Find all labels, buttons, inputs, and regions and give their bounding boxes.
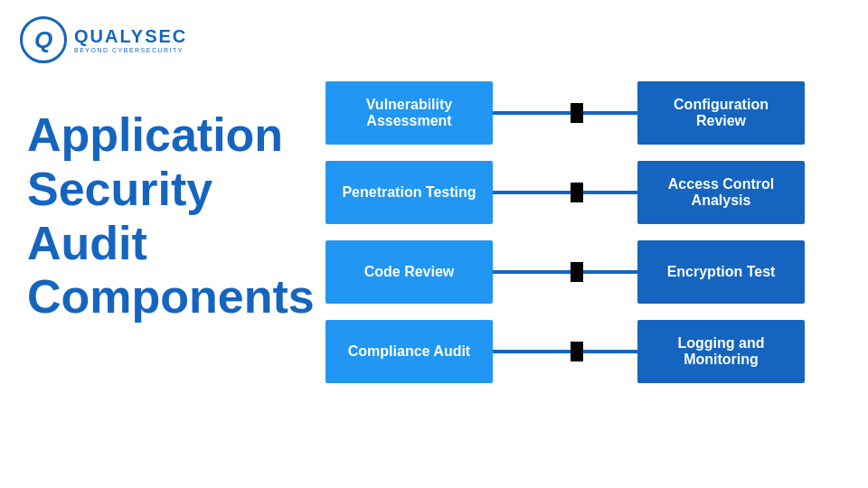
main-heading: Application Security Audit Components: [27, 108, 307, 324]
connector-0: [493, 104, 637, 122]
logo-name: QUALYSEC: [74, 26, 187, 47]
heading-line4: Components: [27, 270, 315, 323]
diagram-row: Code Review Encryption Test: [326, 240, 841, 304]
heading-text: Application Security Audit Components: [27, 108, 307, 324]
diagram-row: Penetration Testing Access Control Analy…: [326, 161, 841, 224]
connector-dot: [571, 103, 583, 123]
connector-1: [493, 183, 637, 202]
heading-line3: Audit: [27, 217, 147, 269]
logo-text: QUALYSEC BEYOND CYBERSECURITY: [74, 26, 187, 53]
connector-line: [493, 111, 637, 115]
diagram-area: Vulnerability Assessment Configuration R…: [326, 81, 841, 443]
left-box-1: Penetration Testing: [326, 161, 493, 224]
heading-line1: Application: [27, 108, 283, 161]
connector-2: [493, 263, 637, 281]
left-box-2: Code Review: [326, 240, 493, 304]
connector-line: [493, 350, 637, 353]
right-box-3: Logging and Monitoring: [637, 320, 805, 383]
connector-dot: [571, 342, 583, 361]
heading-line2: Security: [27, 163, 212, 215]
logo-tagline: BEYOND CYBERSECURITY: [74, 47, 187, 53]
logo-circle: Q: [20, 16, 67, 63]
left-box-3: Compliance Audit: [326, 320, 493, 383]
right-box-1: Access Control Analysis: [637, 161, 805, 224]
left-box-0: Vulnerability Assessment: [326, 81, 493, 145]
connector-line: [493, 270, 637, 274]
logo-q-letter: Q: [34, 26, 52, 54]
connector-line: [493, 191, 637, 194]
connector-3: [493, 343, 637, 361]
right-box-0: Configuration Review: [637, 81, 805, 145]
connector-dot: [571, 262, 583, 282]
logo: Q QUALYSEC BEYOND CYBERSECURITY: [20, 16, 187, 63]
connector-dot: [571, 183, 583, 202]
diagram-row: Compliance Audit Logging and Monitoring: [326, 320, 841, 383]
right-box-2: Encryption Test: [637, 240, 805, 304]
diagram-row: Vulnerability Assessment Configuration R…: [326, 81, 841, 145]
